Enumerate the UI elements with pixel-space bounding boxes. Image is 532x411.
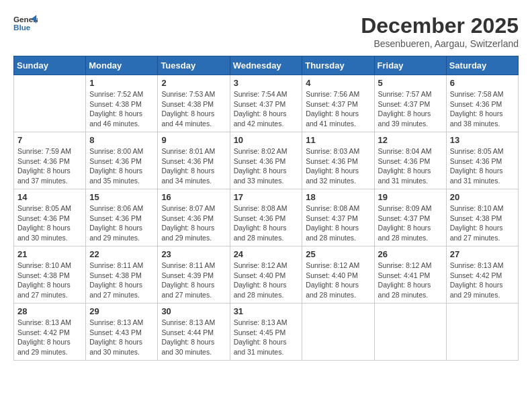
calendar-week-3: 14Sunrise: 8:05 AMSunset: 4:36 PMDayligh… bbox=[14, 189, 519, 246]
calendar-cell: 1Sunrise: 7:52 AMSunset: 4:38 PMDaylight… bbox=[86, 75, 158, 132]
day-info: Sunrise: 7:53 AMSunset: 4:38 PMDaylight:… bbox=[161, 89, 226, 129]
day-info: Sunrise: 8:00 AMSunset: 4:36 PMDaylight:… bbox=[89, 146, 154, 186]
calendar-week-5: 28Sunrise: 8:13 AMSunset: 4:42 PMDayligh… bbox=[14, 304, 519, 361]
day-number: 20 bbox=[450, 192, 515, 202]
day-info: Sunrise: 8:06 AMSunset: 4:36 PMDaylight:… bbox=[89, 203, 154, 243]
day-number: 4 bbox=[306, 78, 370, 88]
day-info: Sunrise: 8:12 AMSunset: 4:40 PMDaylight:… bbox=[306, 261, 370, 300]
day-number: 15 bbox=[89, 192, 154, 202]
day-info: Sunrise: 8:05 AMSunset: 4:36 PMDaylight:… bbox=[450, 146, 515, 186]
calendar-header-sunday: Sunday bbox=[14, 56, 86, 75]
calendar-cell: 5Sunrise: 7:57 AMSunset: 4:37 PMDaylight… bbox=[374, 75, 446, 132]
calendar-cell: 12Sunrise: 8:04 AMSunset: 4:36 PMDayligh… bbox=[374, 132, 446, 189]
day-number: 28 bbox=[17, 306, 82, 316]
day-number: 30 bbox=[161, 306, 226, 316]
calendar-cell: 29Sunrise: 8:13 AMSunset: 4:43 PMDayligh… bbox=[86, 304, 158, 361]
day-info: Sunrise: 8:11 AMSunset: 4:38 PMDaylight:… bbox=[89, 261, 154, 300]
calendar-cell: 16Sunrise: 8:07 AMSunset: 4:36 PMDayligh… bbox=[158, 189, 230, 246]
calendar-cell: 22Sunrise: 8:11 AMSunset: 4:38 PMDayligh… bbox=[86, 246, 158, 304]
day-info: Sunrise: 8:08 AMSunset: 4:37 PMDaylight:… bbox=[306, 203, 370, 243]
day-number: 9 bbox=[161, 135, 226, 145]
calendar-cell: 9Sunrise: 8:01 AMSunset: 4:36 PMDaylight… bbox=[158, 132, 230, 189]
day-info: Sunrise: 8:09 AMSunset: 4:37 PMDaylight:… bbox=[378, 203, 443, 243]
day-info: Sunrise: 8:05 AMSunset: 4:36 PMDaylight:… bbox=[17, 203, 82, 243]
calendar-cell: 7Sunrise: 7:59 AMSunset: 4:36 PMDaylight… bbox=[14, 132, 86, 189]
calendar-cell: 8Sunrise: 8:00 AMSunset: 4:36 PMDaylight… bbox=[86, 132, 158, 189]
calendar-cell: 15Sunrise: 8:06 AMSunset: 4:36 PMDayligh… bbox=[86, 189, 158, 246]
day-info: Sunrise: 8:10 AMSunset: 4:38 PMDaylight:… bbox=[17, 261, 82, 300]
day-info: Sunrise: 7:54 AMSunset: 4:37 PMDaylight:… bbox=[234, 89, 299, 129]
day-number: 21 bbox=[17, 249, 82, 259]
calendar-week-4: 21Sunrise: 8:10 AMSunset: 4:38 PMDayligh… bbox=[14, 246, 519, 304]
calendar-cell bbox=[446, 304, 518, 361]
day-info: Sunrise: 8:13 AMSunset: 4:42 PMDaylight:… bbox=[17, 318, 82, 357]
calendar-cell: 6Sunrise: 7:58 AMSunset: 4:36 PMDaylight… bbox=[446, 75, 518, 132]
calendar-cell bbox=[374, 304, 446, 361]
logo: General Blue bbox=[13, 13, 38, 32]
day-number: 24 bbox=[234, 249, 299, 259]
calendar-cell: 26Sunrise: 8:12 AMSunset: 4:41 PMDayligh… bbox=[374, 246, 446, 304]
day-info: Sunrise: 7:58 AMSunset: 4:36 PMDaylight:… bbox=[450, 89, 515, 129]
calendar-cell: 17Sunrise: 8:08 AMSunset: 4:36 PMDayligh… bbox=[230, 189, 302, 246]
day-number: 5 bbox=[378, 78, 443, 88]
calendar-cell bbox=[302, 304, 374, 361]
day-number: 19 bbox=[378, 192, 443, 202]
day-number: 8 bbox=[89, 135, 154, 145]
day-info: Sunrise: 8:04 AMSunset: 4:36 PMDaylight:… bbox=[378, 146, 443, 186]
title-area: December 2025 Besenbueren, Aargau, Switz… bbox=[361, 13, 519, 49]
day-number: 18 bbox=[306, 192, 370, 202]
calendar-cell: 24Sunrise: 8:12 AMSunset: 4:40 PMDayligh… bbox=[230, 246, 302, 304]
calendar-header-monday: Monday bbox=[86, 56, 158, 75]
day-info: Sunrise: 8:12 AMSunset: 4:41 PMDaylight:… bbox=[378, 261, 443, 300]
calendar-header-row: SundayMondayTuesdayWednesdayThursdayFrid… bbox=[14, 56, 519, 75]
calendar-cell: 3Sunrise: 7:54 AMSunset: 4:37 PMDaylight… bbox=[230, 75, 302, 132]
calendar-cell bbox=[14, 75, 86, 132]
calendar-cell: 31Sunrise: 8:13 AMSunset: 4:45 PMDayligh… bbox=[230, 304, 302, 361]
calendar-cell: 13Sunrise: 8:05 AMSunset: 4:36 PMDayligh… bbox=[446, 132, 518, 189]
calendar-cell: 4Sunrise: 7:56 AMSunset: 4:37 PMDaylight… bbox=[302, 75, 374, 132]
day-info: Sunrise: 8:10 AMSunset: 4:38 PMDaylight:… bbox=[450, 203, 515, 243]
day-number: 6 bbox=[450, 78, 515, 88]
day-info: Sunrise: 8:08 AMSunset: 4:36 PMDaylight:… bbox=[234, 203, 299, 243]
day-info: Sunrise: 8:11 AMSunset: 4:39 PMDaylight:… bbox=[161, 261, 226, 300]
day-number: 23 bbox=[161, 249, 226, 259]
calendar-cell: 20Sunrise: 8:10 AMSunset: 4:38 PMDayligh… bbox=[446, 189, 518, 246]
day-number: 26 bbox=[378, 249, 443, 259]
calendar-cell: 25Sunrise: 8:12 AMSunset: 4:40 PMDayligh… bbox=[302, 246, 374, 304]
calendar-week-1: 1Sunrise: 7:52 AMSunset: 4:38 PMDaylight… bbox=[14, 75, 519, 132]
month-title: December 2025 bbox=[361, 13, 519, 38]
calendar-cell: 19Sunrise: 8:09 AMSunset: 4:37 PMDayligh… bbox=[374, 189, 446, 246]
day-number: 1 bbox=[89, 78, 154, 88]
calendar-header-friday: Friday bbox=[374, 56, 446, 75]
day-info: Sunrise: 8:13 AMSunset: 4:44 PMDaylight:… bbox=[161, 318, 226, 357]
day-number: 13 bbox=[450, 135, 515, 145]
day-info: Sunrise: 8:01 AMSunset: 4:36 PMDaylight:… bbox=[161, 146, 226, 186]
day-number: 17 bbox=[234, 192, 299, 202]
calendar-cell: 23Sunrise: 8:11 AMSunset: 4:39 PMDayligh… bbox=[158, 246, 230, 304]
calendar-cell: 27Sunrise: 8:13 AMSunset: 4:42 PMDayligh… bbox=[446, 246, 518, 304]
day-number: 27 bbox=[450, 249, 515, 259]
day-info: Sunrise: 8:02 AMSunset: 4:36 PMDaylight:… bbox=[234, 146, 299, 186]
calendar-header-wednesday: Wednesday bbox=[230, 56, 302, 75]
day-number: 11 bbox=[306, 135, 370, 145]
page-header: General Blue December 2025 Besenbueren, … bbox=[13, 13, 519, 49]
calendar-cell: 11Sunrise: 8:03 AMSunset: 4:36 PMDayligh… bbox=[302, 132, 374, 189]
calendar-cell: 18Sunrise: 8:08 AMSunset: 4:37 PMDayligh… bbox=[302, 189, 374, 246]
calendar-cell: 30Sunrise: 8:13 AMSunset: 4:44 PMDayligh… bbox=[158, 304, 230, 361]
day-info: Sunrise: 8:07 AMSunset: 4:36 PMDaylight:… bbox=[161, 203, 226, 243]
location-subtitle: Besenbueren, Aargau, Switzerland bbox=[361, 38, 519, 49]
day-number: 12 bbox=[378, 135, 443, 145]
calendar-week-2: 7Sunrise: 7:59 AMSunset: 4:36 PMDaylight… bbox=[14, 132, 519, 189]
day-number: 14 bbox=[17, 192, 82, 202]
svg-text:Blue: Blue bbox=[13, 23, 31, 32]
calendar-table: SundayMondayTuesdayWednesdayThursdayFrid… bbox=[13, 56, 519, 361]
day-number: 22 bbox=[89, 249, 154, 259]
day-info: Sunrise: 8:12 AMSunset: 4:40 PMDaylight:… bbox=[234, 261, 299, 300]
calendar-cell: 14Sunrise: 8:05 AMSunset: 4:36 PMDayligh… bbox=[14, 189, 86, 246]
calendar-header-saturday: Saturday bbox=[446, 56, 518, 75]
calendar-cell: 2Sunrise: 7:53 AMSunset: 4:38 PMDaylight… bbox=[158, 75, 230, 132]
day-number: 2 bbox=[161, 78, 226, 88]
day-number: 16 bbox=[161, 192, 226, 202]
calendar-cell: 21Sunrise: 8:10 AMSunset: 4:38 PMDayligh… bbox=[14, 246, 86, 304]
day-number: 7 bbox=[17, 135, 82, 145]
